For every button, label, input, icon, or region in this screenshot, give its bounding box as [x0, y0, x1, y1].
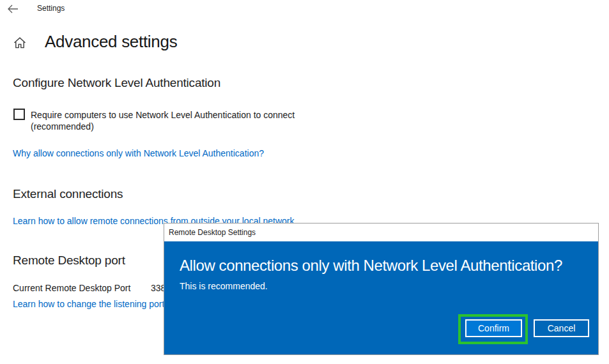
- dialog-title: Remote Desktop Settings: [164, 224, 598, 241]
- dialog-heading: Allow connections only with Network Leve…: [180, 257, 562, 275]
- back-button[interactable]: [5, 2, 20, 16]
- section-heading-configure-nla: Configure Network Level Authentication: [13, 76, 220, 90]
- annotation-highlight-box: Confirm: [458, 314, 528, 344]
- nla-checkbox-label-line1: Require computers to use Network Level A…: [31, 109, 295, 121]
- home-icon: [13, 36, 27, 50]
- confirm-button[interactable]: Confirm: [465, 319, 522, 337]
- link-why-allow-nla[interactable]: Why allow connections only with Network …: [13, 148, 264, 158]
- cancel-button[interactable]: Cancel: [534, 319, 589, 337]
- nla-checkbox[interactable]: [13, 109, 25, 120]
- current-port-label: Current Remote Desktop Port: [13, 283, 130, 293]
- nla-checkbox-label-line2: (recommended): [31, 121, 295, 132]
- page-title: Advanced settings: [45, 32, 177, 52]
- nla-checkbox-label: Require computers to use Network Level A…: [31, 109, 295, 132]
- window-title: Settings: [37, 4, 65, 13]
- link-change-listening-port[interactable]: Learn how to change the listening port: [13, 299, 164, 309]
- section-heading-external-connections: External connections: [13, 187, 123, 201]
- remote-desktop-settings-dialog: Remote Desktop Settings Allow connection…: [164, 223, 599, 355]
- dialog-subtext: This is recommended.: [180, 281, 268, 291]
- back-arrow-icon: [7, 4, 19, 13]
- section-heading-remote-desktop-port: Remote Desktop port: [13, 254, 125, 268]
